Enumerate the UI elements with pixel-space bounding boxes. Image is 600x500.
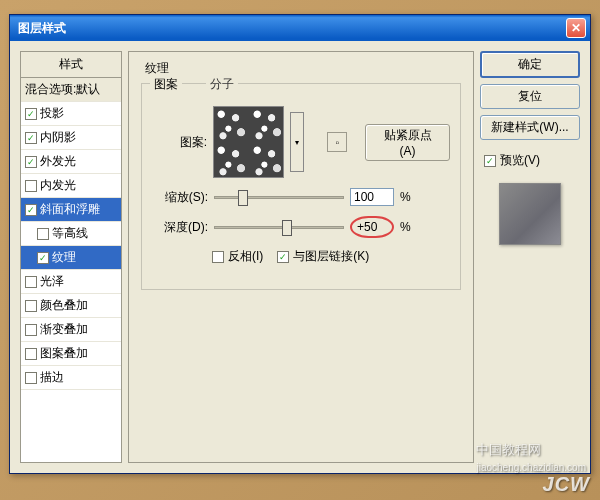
checkbox-icon[interactable] bbox=[25, 276, 37, 288]
style-contour[interactable]: 等高线 bbox=[21, 222, 121, 246]
style-inner-glow[interactable]: 内发光 bbox=[21, 174, 121, 198]
fieldset-legend: 图案 bbox=[150, 76, 182, 93]
invert-option[interactable]: 反相(I) bbox=[212, 248, 263, 265]
texture-settings: 纹理 图案 分子 图案: ▾ ▫ 贴紧原点(A) 缩放(S): % bbox=[128, 51, 474, 463]
scale-unit: % bbox=[400, 190, 411, 204]
checkbox-icon[interactable] bbox=[484, 155, 496, 167]
scale-label: 缩放(S): bbox=[152, 189, 208, 206]
ok-button[interactable]: 确定 bbox=[480, 51, 580, 78]
scale-row: 缩放(S): % bbox=[152, 188, 450, 206]
styles-list: 样式 混合选项:默认 投影 内阴影 外发光 内发光 斜面和浮雕 等高线 纹理 光… bbox=[20, 51, 122, 463]
style-pattern-overlay[interactable]: 图案叠加 bbox=[21, 342, 121, 366]
pattern-name: 分子 bbox=[206, 76, 238, 93]
depth-value-highlight bbox=[350, 216, 394, 238]
slider-thumb[interactable] bbox=[238, 190, 248, 206]
style-gradient-overlay[interactable]: 渐变叠加 bbox=[21, 318, 121, 342]
style-drop-shadow[interactable]: 投影 bbox=[21, 102, 121, 126]
reset-button[interactable]: 复位 bbox=[480, 84, 580, 109]
depth-input[interactable] bbox=[354, 218, 390, 236]
link-layer-option[interactable]: 与图层链接(K) bbox=[277, 248, 369, 265]
checkbox-icon[interactable] bbox=[25, 132, 37, 144]
chevron-down-icon: ▾ bbox=[295, 138, 299, 147]
close-icon: ✕ bbox=[571, 21, 581, 35]
style-texture[interactable]: 纹理 bbox=[21, 246, 121, 270]
checkbox-icon[interactable] bbox=[25, 180, 37, 192]
pattern-label: 图案: bbox=[152, 134, 207, 151]
checkbox-icon[interactable] bbox=[25, 156, 37, 168]
options-row: 反相(I) 与图层链接(K) bbox=[212, 248, 450, 265]
slider-thumb[interactable] bbox=[282, 220, 292, 236]
checkbox-icon[interactable] bbox=[25, 324, 37, 336]
style-bevel-emboss[interactable]: 斜面和浮雕 bbox=[21, 198, 121, 222]
pattern-row: 图案: ▾ ▫ 贴紧原点(A) bbox=[152, 106, 450, 178]
depth-unit: % bbox=[400, 220, 411, 234]
styles-header[interactable]: 样式 bbox=[21, 52, 121, 78]
titlebar[interactable]: 图层样式 ✕ bbox=[10, 15, 590, 41]
dialog-body: 样式 混合选项:默认 投影 内阴影 外发光 内发光 斜面和浮雕 等高线 纹理 光… bbox=[10, 41, 590, 473]
preview-swatch bbox=[499, 183, 561, 245]
action-panel: 确定 复位 新建样式(W)... 预览(V) bbox=[480, 51, 580, 463]
style-inner-shadow[interactable]: 内阴影 bbox=[21, 126, 121, 150]
preview-toggle[interactable]: 预览(V) bbox=[480, 152, 580, 169]
depth-row: 深度(D): % bbox=[152, 216, 450, 238]
style-satin[interactable]: 光泽 bbox=[21, 270, 121, 294]
style-color-overlay[interactable]: 颜色叠加 bbox=[21, 294, 121, 318]
blending-options[interactable]: 混合选项:默认 bbox=[21, 78, 121, 102]
watermark-text: 中国教程网 jiaocheng.chazidian.com bbox=[476, 441, 586, 474]
new-icon: ▫ bbox=[336, 137, 340, 148]
checkbox-icon[interactable] bbox=[212, 251, 224, 263]
depth-label: 深度(D): bbox=[152, 219, 208, 236]
style-stroke[interactable]: 描边 bbox=[21, 366, 121, 390]
checkbox-icon[interactable] bbox=[25, 204, 37, 216]
snap-origin-button[interactable]: 贴紧原点(A) bbox=[365, 124, 450, 161]
pattern-swatch[interactable] bbox=[213, 106, 284, 178]
checkbox-icon[interactable] bbox=[277, 251, 289, 263]
style-outer-glow[interactable]: 外发光 bbox=[21, 150, 121, 174]
checkbox-icon[interactable] bbox=[25, 372, 37, 384]
checkbox-icon[interactable] bbox=[37, 228, 49, 240]
scale-input[interactable] bbox=[350, 188, 394, 206]
checkbox-icon[interactable] bbox=[25, 300, 37, 312]
close-button[interactable]: ✕ bbox=[566, 18, 586, 38]
checkbox-icon[interactable] bbox=[37, 252, 49, 264]
scale-slider[interactable] bbox=[214, 196, 344, 199]
section-title: 纹理 bbox=[145, 60, 461, 77]
watermark-logo: JCW bbox=[543, 473, 590, 496]
pattern-fieldset: 图案 分子 图案: ▾ ▫ 贴紧原点(A) 缩放(S): % bbox=[141, 83, 461, 290]
depth-slider[interactable] bbox=[214, 226, 344, 229]
window-title: 图层样式 bbox=[18, 20, 66, 37]
new-preset-button[interactable]: ▫ bbox=[327, 132, 347, 152]
new-style-button[interactable]: 新建样式(W)... bbox=[480, 115, 580, 140]
pattern-picker-arrow[interactable]: ▾ bbox=[290, 112, 304, 172]
checkbox-icon[interactable] bbox=[25, 348, 37, 360]
layer-style-dialog: 图层样式 ✕ 样式 混合选项:默认 投影 内阴影 外发光 内发光 斜面和浮雕 等… bbox=[9, 14, 591, 474]
checkbox-icon[interactable] bbox=[25, 108, 37, 120]
